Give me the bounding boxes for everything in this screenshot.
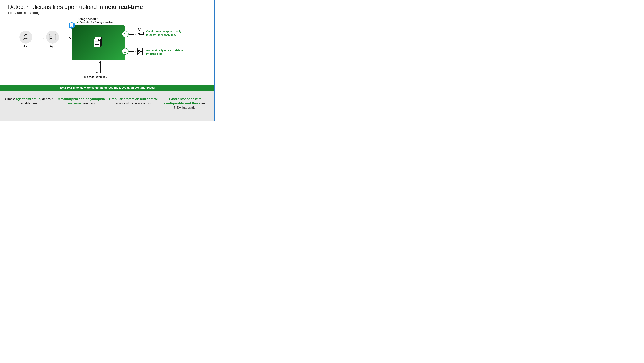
- feature-2: Metamorphic and polymorphic malware dete…: [57, 97, 106, 121]
- user-node: User: [19, 31, 32, 48]
- user-label: User: [19, 45, 32, 48]
- app-icon: [46, 31, 59, 43]
- out1-label: Configure your apps to only read non-mal…: [146, 30, 184, 37]
- storage-status: Defender for Storage enabled: [80, 21, 114, 24]
- svg-text:01: 01: [71, 25, 72, 27]
- storage-title: Storage account: [76, 17, 114, 21]
- arrow-icon: [129, 50, 136, 53]
- delete-file-icon: [136, 47, 145, 56]
- svg-rect-4: [50, 37, 52, 38]
- app-node: App: [46, 31, 59, 48]
- svg-point-0: [24, 34, 27, 37]
- header: Detect malicious files upon upload in ne…: [0, 0, 214, 15]
- feature-3: Granular protection and control across s…: [109, 97, 158, 121]
- diagram-area: User App: [0, 16, 214, 79]
- features-row: Simple agentless setup, at scale enablem…: [0, 91, 214, 121]
- svg-text:10: 10: [71, 24, 72, 25]
- svg-rect-17: [124, 34, 126, 35]
- shield-badge: [122, 48, 128, 55]
- out2-label: Automatically move or delete infected fi…: [146, 49, 184, 56]
- feature-4: Faster response with configurable workfl…: [161, 97, 210, 121]
- user-app-icon: [136, 27, 145, 36]
- storage-header: Storage account ✓Defender for Storage en…: [76, 17, 114, 24]
- arrow-icon: [61, 37, 71, 40]
- banner: Near real-time malware scanning across f…: [0, 85, 214, 91]
- lock-badge: [122, 31, 128, 37]
- storage-status-line: ✓Defender for Storage enabled: [76, 21, 114, 24]
- arrow-icon: [34, 37, 44, 40]
- svg-point-18: [125, 51, 125, 51]
- slide-frame: Detect malicious files upon upload in ne…: [0, 0, 215, 121]
- title-bold: near real-time: [104, 3, 143, 10]
- svg-rect-32: [138, 51, 140, 52]
- page-title: Detect malicious files upon upload in ne…: [8, 3, 207, 10]
- scan-arrows-icon: [94, 60, 103, 75]
- malware-label: Malware Scanning: [84, 75, 107, 78]
- title-plain: Detect malicious files upon upload in: [8, 3, 104, 10]
- svg-rect-26: [138, 33, 140, 35]
- svg-point-23: [138, 28, 140, 30]
- files-icon: [92, 36, 105, 49]
- storage-box: 10 01: [72, 25, 125, 60]
- feature-1: Simple agentless setup, at scale enablem…: [5, 97, 54, 121]
- hex-icon: 10 01: [68, 22, 75, 29]
- user-icon: [19, 31, 32, 43]
- arrow-icon: [129, 33, 136, 36]
- subtitle: For Azure Blob Storage: [8, 11, 207, 15]
- app-label: App: [46, 45, 59, 48]
- check-icon: ✓: [76, 21, 79, 24]
